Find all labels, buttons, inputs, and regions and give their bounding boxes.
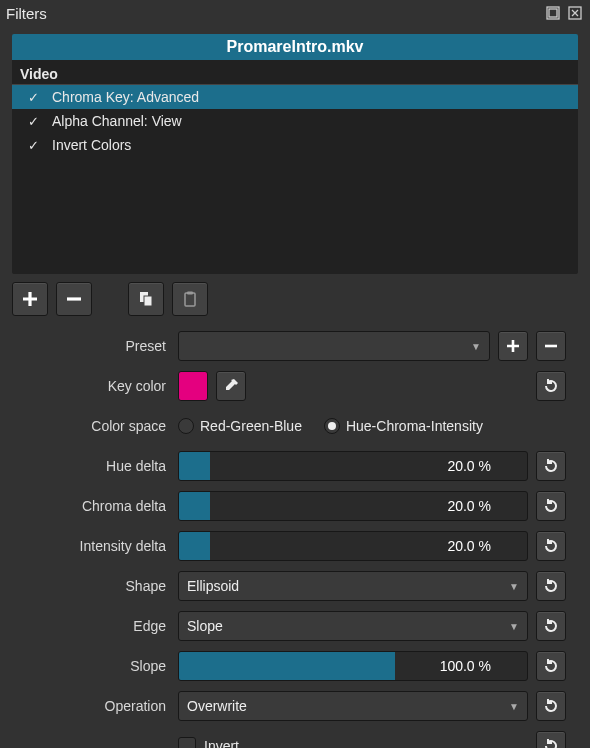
hue-delta-value: 20.0 % [447,458,491,474]
checkmark-icon[interactable]: ✓ [28,138,42,153]
chevron-down-icon: ▼ [509,621,519,632]
copy-filter-button[interactable] [128,282,164,316]
chroma-delta-value: 20.0 % [447,498,491,514]
remove-filter-button[interactable] [56,282,92,316]
intensity-delta-label: Intensity delta [24,538,170,554]
checkmark-icon[interactable]: ✓ [28,114,42,129]
svg-rect-1 [549,9,557,17]
color-space-hci-radio[interactable]: Hue-Chroma-Intensity [324,418,483,434]
preset-dropdown[interactable]: ▼ [178,331,490,361]
filter-list: Video ✓Chroma Key: Advanced✓Alpha Channe… [12,60,578,274]
edge-dropdown[interactable]: Slope▼ [178,611,528,641]
eyedropper-button[interactable] [216,371,246,401]
preset-label: Preset [24,338,170,354]
svg-rect-4 [144,296,152,306]
slope-slider[interactable]: 100.0 % [178,651,528,681]
panel-header: Filters [0,0,590,28]
shape-label: Shape [24,578,170,594]
chevron-down-icon: ▼ [509,581,519,592]
filter-section-video: Video [12,60,578,85]
close-icon[interactable] [566,4,584,22]
color-space-rgb-radio[interactable]: Red-Green-Blue [178,418,302,434]
rgb-radio-label: Red-Green-Blue [200,418,302,434]
filter-item[interactable]: ✓Invert Colors [12,133,578,157]
file-name-bar: PromareIntro.mkv [12,34,578,60]
slope-label: Slope [24,658,170,674]
operation-dropdown[interactable]: Overwrite▼ [178,691,528,721]
edge-label: Edge [24,618,170,634]
chroma-delta-slider[interactable]: 20.0 % [178,491,528,521]
chevron-down-icon: ▼ [471,341,481,352]
shape-dropdown[interactable]: Ellipsoid▼ [178,571,528,601]
preset-add-button[interactable] [498,331,528,361]
preset-remove-button[interactable] [536,331,566,361]
checkmark-icon[interactable]: ✓ [28,90,42,105]
panel-title: Filters [6,5,47,22]
invert-checkbox[interactable] [178,737,196,748]
operation-reset-button[interactable] [536,691,566,721]
chroma-delta-reset-button[interactable] [536,491,566,521]
hue-delta-reset-button[interactable] [536,451,566,481]
properties-panel: Preset ▼ Key color Color space Red-Green… [12,330,578,748]
filter-item-label: Invert Colors [52,137,131,153]
operation-label: Operation [24,698,170,714]
filter-item-label: Chroma Key: Advanced [52,89,199,105]
key-color-reset-button[interactable] [536,371,566,401]
filter-item-label: Alpha Channel: View [52,113,182,129]
intensity-delta-value: 20.0 % [447,538,491,554]
shape-value: Ellipsoid [187,578,239,594]
edge-reset-button[interactable] [536,611,566,641]
chevron-down-icon: ▼ [509,701,519,712]
filter-item[interactable]: ✓Chroma Key: Advanced [12,85,578,109]
svg-rect-6 [187,292,193,295]
filter-toolbar [12,282,578,316]
dock-icon[interactable] [544,4,562,22]
invert-reset-button[interactable] [536,731,566,748]
shape-reset-button[interactable] [536,571,566,601]
paste-filter-button[interactable] [172,282,208,316]
hci-radio-label: Hue-Chroma-Intensity [346,418,483,434]
invert-label: Invert [204,738,239,748]
hue-delta-slider[interactable]: 20.0 % [178,451,528,481]
key-color-swatch[interactable] [178,371,208,401]
slope-reset-button[interactable] [536,651,566,681]
svg-rect-5 [185,293,195,306]
intensity-delta-slider[interactable]: 20.0 % [178,531,528,561]
hue-delta-label: Hue delta [24,458,170,474]
color-space-label: Color space [24,418,170,434]
chroma-delta-label: Chroma delta [24,498,170,514]
add-filter-button[interactable] [12,282,48,316]
operation-value: Overwrite [187,698,247,714]
filter-item[interactable]: ✓Alpha Channel: View [12,109,578,133]
edge-value: Slope [187,618,223,634]
key-color-label: Key color [24,378,170,394]
slope-value: 100.0 % [440,658,491,674]
intensity-delta-reset-button[interactable] [536,531,566,561]
